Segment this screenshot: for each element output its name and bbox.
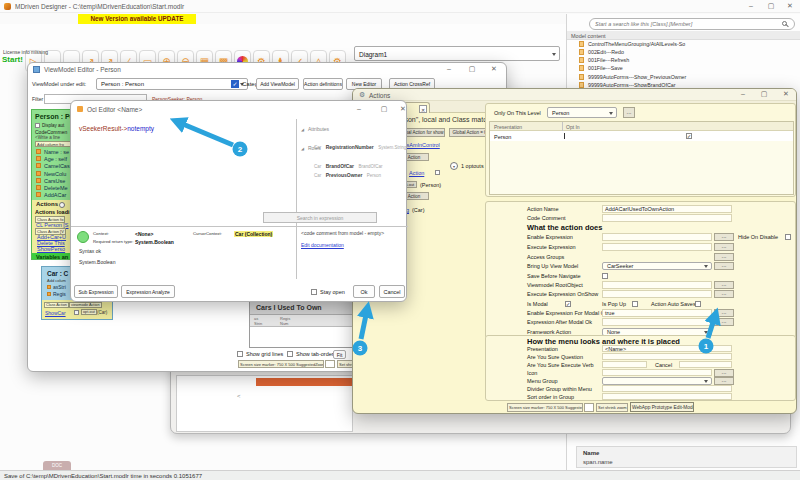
optout-checkbox[interactable] [74,310,79,315]
action-name-field[interactable]: AddACarIUsedToOwnAction [602,205,732,213]
col-presentation[interactable]: Presentation [494,124,522,130]
diagram-select[interactable]: Diagram1 [354,46,560,61]
minimize-button[interactable]: – [442,65,456,73]
action-checkbox[interactable] [435,170,440,175]
add-viewmodel-button[interactable]: Add ViewModel [256,78,299,90]
ok-button[interactable]: Ok [353,285,375,298]
enable-expression-dots-button[interactable]: ... [714,233,734,241]
close-button[interactable]: ✕ [396,105,410,113]
model-item[interactable]: ControlTheMenuGrouping/AtAllLevels-So [577,40,799,48]
display-checkbox[interactable] [35,123,40,128]
viewmodel-rootobject-field[interactable] [602,281,712,289]
car-add-column[interactable]: Add colum [47,278,66,283]
close-button[interactable]: ✕ [783,2,797,10]
is-modal-checkbox[interactable] [565,301,571,307]
bring-up-viewmodel-dots-button[interactable]: ... [714,262,734,270]
expression-after-ok-dots-button[interactable]: ... [714,318,734,326]
collapse-circle-icon[interactable] [59,202,65,208]
bring-up-viewmodel-select[interactable]: CarSeeker [602,262,712,270]
expression-after-ok-field[interactable] [602,318,712,326]
minimize-button[interactable]: – [744,2,758,10]
model-item[interactable]: 001File---Refresh [577,57,799,65]
enable-expression-field[interactable] [602,233,712,241]
divider-group-field[interactable] [602,385,732,392]
close-button[interactable]: ✕ [487,65,501,73]
show-grid-lines-checkbox[interactable] [237,351,243,357]
show-tab-order-checkbox[interactable] [287,351,293,357]
car-column-item[interactable]: Regis [53,291,66,297]
expression-analyze-button[interactable]: Expression Analyze [121,285,175,298]
categ-checkbox[interactable] [231,80,239,88]
tree-roles-label[interactable]: Roles [308,145,321,151]
maximize-button[interactable]: ▢ [377,105,391,113]
execute-expression-field[interactable] [602,243,712,251]
save-before-navigate-checkbox[interactable] [602,273,608,279]
shrink-zoom-button[interactable]: Set shrink zoom to fit [596,403,628,412]
hide-on-disable-checkbox[interactable] [785,234,791,240]
minimize-button[interactable]: – [736,90,750,98]
only-level-dots-button[interactable]: ... [623,107,635,118]
cl-person-link[interactable]: CL Person [S [36,222,69,228]
show-person-link[interactable]: ShowPerso [37,246,65,252]
expander-icon[interactable]: ◢ [301,127,304,132]
icon-dots-button[interactable]: ... [714,369,734,377]
execute-expression-dots-button[interactable]: ... [714,243,734,251]
optin-checkbox[interactable] [686,133,692,139]
grid-col-regnum[interactable]: Regis Num [280,316,290,326]
menu-group-select[interactable] [602,377,712,385]
stay-open-checkbox[interactable] [311,289,317,295]
close-button[interactable]: ✕ [779,90,793,98]
auto-saves-checkbox[interactable] [695,301,701,307]
search-in-expression-box[interactable]: Search in expression [263,212,377,223]
access-groups-dots-button[interactable]: ... [714,253,734,261]
col-optin[interactable]: Opt In [566,124,580,130]
model-item[interactable]: 001File---Save [577,65,799,73]
under-edit-select[interactable]: Person : Person [96,78,248,90]
update-banner[interactable]: New Version available UPDATE [78,14,196,24]
is-popup-checkbox[interactable] [632,301,638,307]
suggested-zoom-input[interactable] [325,360,335,368]
ays-verb-field[interactable] [602,361,647,368]
execute-onshow-dots-button[interactable]: ... [714,290,734,298]
execute-onshow-field[interactable] [602,290,712,298]
doc-tab[interactable]: DOC [43,461,71,470]
tree-attributes-label[interactable]: Attributes [308,126,329,132]
action-definitions-button[interactable]: Action definitions [303,78,343,90]
maximize-button[interactable]: ▢ [764,2,778,10]
model-item[interactable]: 002Edit---Redo [577,48,799,56]
grid-col-asstring[interactable]: as Strin [254,316,262,326]
suggested-zoom-input[interactable] [584,403,594,412]
webapp-prototype-button[interactable]: WebApp Prototype Edit-Mode [630,402,694,412]
show-car-link[interactable]: ShowCar [45,310,66,316]
tree-item-registrationnumber[interactable]: Car RegistrationNumber System.String [314,135,406,153]
icon-field[interactable] [602,369,712,376]
edit-documentation-link[interactable]: Edit documentation [301,242,344,248]
ays-cancel-field[interactable] [679,361,732,368]
model-search-input[interactable] [589,18,795,30]
start-button[interactable]: Start! [2,55,23,64]
sub-expression-button[interactable]: Sub Expression [74,285,118,298]
maximize-button[interactable]: ▢ [465,65,479,73]
minimize-button[interactable]: – [352,105,366,113]
cancel-button[interactable]: Cancel [379,285,405,298]
enable-modal-ok-dots-button[interactable]: ... [714,309,734,317]
expander-icon[interactable]: ◢ [301,146,304,151]
action-link[interactable]: Action [409,170,424,176]
only-level-select[interactable]: Person [547,107,617,118]
ocl-expression[interactable]: vSeekerResult->notempty [79,125,154,133]
fit-button[interactable]: Fit [333,350,346,359]
code-comment-field[interactable] [602,214,732,222]
maximize-button[interactable]: ▢ [757,90,771,98]
table-row[interactable]: Person [490,131,793,141]
tree-item-previousowner[interactable]: Car PreviousOwner Person [314,163,381,181]
presentation-field[interactable]: <Name> [602,345,732,352]
viewmodel-rootobject-dots-button[interactable]: ... [714,281,734,289]
optouts-expander-icon[interactable]: ▾ [450,162,458,170]
ays-question-field[interactable] [602,353,732,360]
car-column-item[interactable]: asStri [53,284,66,290]
tab-close-icon[interactable]: ✕ [419,105,427,113]
model-item[interactable]: 99999AutoForms---Show_PreviousOwner [577,73,799,81]
menu-group-dots-button[interactable]: ... [714,377,734,385]
enable-modal-ok-field[interactable]: true [602,309,712,317]
scroll-left-icon[interactable]: < [237,393,241,399]
